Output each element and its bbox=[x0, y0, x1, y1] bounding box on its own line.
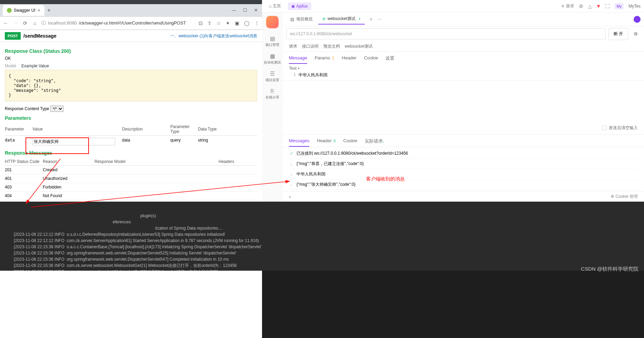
text-type-selector[interactable]: Text ▾ bbox=[289, 66, 638, 71]
settings-icon[interactable]: ⚙ bbox=[579, 3, 583, 9]
message-input[interactable]: 中华人民共和国 bbox=[299, 72, 638, 78]
log-text: {"msg":"恭喜，已建立连接","code":0} bbox=[296, 161, 364, 167]
expand-icon[interactable]: » bbox=[289, 194, 291, 199]
tab-overview[interactable]: ▤项目概览 bbox=[286, 14, 317, 24]
tab-cookie[interactable]: Cookie bbox=[364, 55, 378, 64]
reload-icon[interactable]: ⟳ bbox=[22, 20, 28, 26]
apifox-logo[interactable] bbox=[266, 16, 279, 28]
status-code: 401 bbox=[5, 174, 43, 183]
operation-header[interactable]: POST /sendMessage 一、websocker (1)向客户端发送w… bbox=[0, 30, 262, 42]
forward-icon[interactable]: → bbox=[12, 20, 19, 26]
apifox-titlebar: ⌂主页 ◉Apifox ⊕ 邀请 ⚙ △ ♥ ⛶ My MyTes bbox=[262, 0, 644, 12]
env-icon[interactable] bbox=[634, 16, 641, 23]
tab-header[interactable]: Header bbox=[342, 55, 356, 64]
translate-icon[interactable]: ⊡ bbox=[199, 20, 203, 26]
console-output[interactable]: plugin(s) eferences bbox=[0, 202, 644, 271]
log-text: 已连接到 ws://127.0.0.1:8080/ck/websocket?or… bbox=[296, 151, 408, 156]
subtab-preview[interactable]: 预览文档 bbox=[323, 44, 340, 49]
param-desc: data bbox=[122, 136, 170, 148]
menu-icon[interactable]: ⋮ bbox=[254, 20, 259, 26]
browser-toolbar: ← → ⟳ ⌂ ⓘ localhost:8080/ck/swagger-ui.h… bbox=[0, 17, 262, 30]
profile-icon[interactable]: ◯ bbox=[244, 20, 250, 26]
bookmark-icon[interactable]: ☆ bbox=[217, 20, 221, 26]
clear-label: 发送后清空输入 bbox=[609, 125, 638, 131]
arrow-down-icon: ↓ bbox=[289, 162, 294, 166]
sidebar-item-api-mgmt[interactable]: ▤接口管理 bbox=[265, 35, 279, 47]
my-text: MyTes bbox=[628, 4, 641, 9]
close-icon[interactable]: × bbox=[38, 8, 40, 13]
tab-settings[interactable]: 设置 bbox=[385, 55, 394, 64]
tab-params[interactable]: Params 1 bbox=[315, 55, 334, 64]
col-status-code: HTTP Status Code bbox=[5, 158, 43, 166]
log-row[interactable]: ✓已连接到 ws://127.0.0.1:8080/ck/websocket?o… bbox=[289, 148, 638, 159]
param-value-input[interactable] bbox=[32, 138, 115, 145]
col-reason: Reason bbox=[43, 158, 94, 166]
new-tab-button[interactable]: + bbox=[47, 7, 50, 13]
url-path: /ck/swagger-ui.html#!/UserController/sen… bbox=[79, 20, 186, 26]
minimize-icon[interactable]: — bbox=[232, 8, 236, 13]
logtab-header[interactable]: Header 5 bbox=[317, 138, 335, 147]
col-description: Description bbox=[122, 123, 170, 136]
response-row: 401Unauthorized bbox=[5, 174, 257, 183]
tab-message[interactable]: Message bbox=[289, 55, 307, 64]
maximize-icon[interactable]: ☐ bbox=[243, 8, 247, 13]
browser-tab[interactable]: Swagger UI × bbox=[3, 5, 44, 16]
subtab-api-desc[interactable]: 接口说明 bbox=[302, 44, 319, 49]
model-tab[interactable]: Model bbox=[5, 64, 16, 68]
logtab-cookie[interactable]: Cookie bbox=[343, 138, 357, 147]
cookie-mgmt-link[interactable]: ⚙ Cookie 管理 bbox=[611, 194, 638, 200]
doc-icon: ▤ bbox=[290, 17, 294, 22]
close-window-icon[interactable]: ✕ bbox=[254, 8, 258, 13]
back-icon[interactable]: ← bbox=[3, 20, 9, 26]
add-tab-button[interactable]: + bbox=[366, 16, 376, 22]
url-bar[interactable]: ⓘ localhost:8080/ck/swagger-ui.html#!/Us… bbox=[41, 20, 195, 26]
content-type-select[interactable]: */* bbox=[50, 106, 63, 112]
home-icon[interactable]: ⌂ bbox=[32, 20, 38, 26]
status-code: 403 bbox=[5, 183, 43, 192]
example-value-tab[interactable]: Example Value bbox=[21, 64, 49, 68]
logtab-actual[interactable]: 实际请求• bbox=[365, 138, 384, 147]
settings-icon: ☰ bbox=[265, 70, 279, 77]
swagger-content: POST /sendMessage 一、websocker (1)向客户端发送w… bbox=[0, 30, 262, 217]
ws-url-input[interactable] bbox=[286, 28, 606, 39]
example-json[interactable]: { "code": "string", "data": {}, "message… bbox=[5, 70, 257, 102]
param-datatype: string bbox=[198, 136, 257, 148]
test-icon: ▦ bbox=[264, 53, 281, 59]
subtab-request[interactable]: 请求 bbox=[289, 44, 297, 49]
param-name: data bbox=[5, 136, 32, 148]
logtab-messages[interactable]: Messages bbox=[289, 138, 309, 147]
log-tabs: Messages Header 5 Cookie 实际请求• bbox=[283, 135, 644, 147]
apifox-tab[interactable]: ◉Apifox bbox=[288, 2, 311, 10]
home-tab[interactable]: ⌂主页 bbox=[265, 2, 284, 10]
apifox-icon: ◉ bbox=[291, 4, 295, 9]
more-icon[interactable]: ⋯ bbox=[378, 17, 382, 22]
clear-checkbox[interactable] bbox=[602, 126, 607, 130]
sidebar-item-auto-test[interactable]: ▦自动化测试 bbox=[264, 53, 281, 65]
invite-link[interactable]: ⊕ 邀请 bbox=[561, 3, 574, 9]
heart-icon[interactable]: ♥ bbox=[597, 3, 600, 9]
arrow-up-icon: ↑ bbox=[289, 172, 294, 176]
subtab-ws-test[interactable]: websocket测试 bbox=[345, 44, 373, 49]
maximize-icon[interactable]: ⛶ bbox=[605, 3, 610, 9]
col-param-type: Parameter Type bbox=[170, 123, 198, 136]
panel-icon[interactable]: ▣ bbox=[235, 20, 239, 26]
disconnect-button[interactable]: 断 开 bbox=[608, 28, 628, 40]
log-row[interactable]: ↓{"msg":"张大帅确实帅","code":0} bbox=[289, 180, 638, 190]
sidebar-item-share[interactable]: ⎘在线分享 bbox=[265, 88, 279, 100]
bell-icon[interactable]: △ bbox=[588, 3, 592, 9]
editor-gutter: 1 bbox=[289, 72, 299, 78]
extensions-icon[interactable]: ✦ bbox=[226, 20, 230, 26]
col-model: Response Model bbox=[94, 158, 219, 166]
status-ok: OK bbox=[5, 56, 257, 61]
save-button[interactable]: 保 bbox=[631, 28, 641, 40]
message-editor-area: Text ▾ 1 中华人民共和国 bbox=[283, 64, 644, 80]
tab-websocket-test[interactable]: ⊚websocket测试● bbox=[318, 14, 365, 25]
request-subtabs: 请求 接口说明 预览文档 websocket测试 bbox=[283, 41, 644, 52]
response-row: 404Not Found bbox=[5, 192, 257, 200]
share-icon[interactable]: ⇪ bbox=[208, 20, 212, 26]
log-row[interactable]: ↓{"msg":"恭喜，已建立连接","code":0} bbox=[289, 159, 638, 169]
sidebar-item-proj-settings[interactable]: ☰项目设置 bbox=[265, 70, 279, 83]
log-row[interactable]: ↑中华人民共和国 bbox=[289, 169, 638, 180]
response-row: 201Created bbox=[5, 166, 257, 174]
my-badge[interactable]: My bbox=[615, 3, 624, 9]
